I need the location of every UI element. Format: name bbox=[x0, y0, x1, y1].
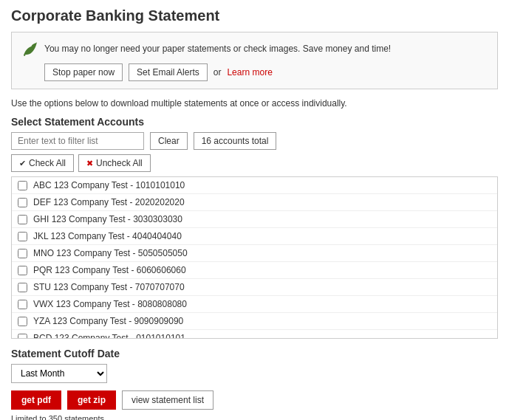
select-accounts-title: Select Statement Accounts bbox=[11, 116, 498, 128]
account-checkbox[interactable] bbox=[18, 283, 27, 292]
promo-text: You may no longer need your paper statem… bbox=[44, 44, 391, 54]
action-buttons: get pdf get zip view statement list bbox=[11, 390, 498, 410]
filter-row: Clear 16 accounts total bbox=[11, 132, 498, 150]
accounts-count: 16 accounts total bbox=[194, 132, 277, 150]
account-label: VWX 123 Company Test - 8080808080 bbox=[33, 299, 187, 309]
account-label: MNO 123 Company Test - 5050505050 bbox=[33, 248, 188, 258]
clear-button[interactable]: Clear bbox=[150, 132, 188, 150]
account-label: JKL 123 Company Test - 4040404040 bbox=[33, 231, 182, 241]
list-item: PQR 123 Company Test - 6060606060 bbox=[12, 262, 497, 279]
cutoff-section: Statement Cutoff Date Last MonthCurrent … bbox=[11, 348, 498, 383]
stop-paper-button[interactable]: Stop paper now bbox=[44, 63, 123, 81]
list-item: ABC 123 Company Test - 1010101010 bbox=[12, 177, 497, 194]
checkmark-icon: ✔ bbox=[19, 159, 26, 168]
account-checkbox[interactable] bbox=[18, 198, 27, 207]
account-label: GHI 123 Company Test - 3030303030 bbox=[33, 214, 182, 224]
learn-more-link[interactable]: Learn more bbox=[227, 67, 272, 78]
accounts-list[interactable]: ABC 123 Company Test - 1010101010DEF 123… bbox=[11, 176, 498, 339]
instructions-text: Use the options below to download multip… bbox=[11, 98, 498, 109]
account-checkbox[interactable] bbox=[18, 300, 27, 309]
get-pdf-button[interactable]: get pdf bbox=[11, 390, 61, 410]
account-checkbox[interactable] bbox=[18, 334, 27, 340]
leaf-icon bbox=[21, 40, 38, 58]
check-all-button[interactable]: ✔ Check All bbox=[11, 154, 74, 172]
list-item: GHI 123 Company Test - 3030303030 bbox=[12, 211, 497, 228]
check-uncheck-row: ✔ Check All ✖ Uncheck All bbox=[11, 154, 498, 172]
account-checkbox[interactable] bbox=[18, 215, 27, 224]
account-label: DEF 123 Company Test - 2020202020 bbox=[33, 197, 185, 207]
account-label: STU 123 Company Test - 7070707070 bbox=[33, 282, 185, 292]
account-label: ABC 123 Company Test - 1010101010 bbox=[33, 180, 185, 190]
uncheck-all-button[interactable]: ✖ Uncheck All bbox=[78, 154, 151, 172]
account-checkbox[interactable] bbox=[18, 266, 27, 275]
promo-box: You may no longer need your paper statem… bbox=[11, 32, 498, 89]
account-label: PQR 123 Company Test - 6060606060 bbox=[33, 265, 186, 275]
list-item: BCD 123 Company Test - 0101010101 bbox=[12, 330, 497, 339]
cutoff-title: Statement Cutoff Date bbox=[11, 348, 498, 359]
list-item: DEF 123 Company Test - 2020202020 bbox=[12, 194, 497, 211]
list-item: VWX 123 Company Test - 8080808080 bbox=[12, 296, 497, 313]
uncheck-all-label: Uncheck All bbox=[96, 158, 143, 168]
get-zip-button[interactable]: get zip bbox=[67, 390, 116, 410]
or-text: or bbox=[213, 67, 222, 78]
account-checkbox[interactable] bbox=[18, 317, 27, 326]
cutoff-select[interactable]: Last MonthCurrent MonthLast 3 MonthsLast… bbox=[11, 364, 107, 383]
account-label: BCD 123 Company Test - 0101010101 bbox=[33, 333, 185, 339]
page-title: Corporate Banking Statement bbox=[11, 7, 498, 24]
account-checkbox[interactable] bbox=[18, 249, 27, 258]
limit-text: Limited to 350 statements. bbox=[11, 414, 498, 420]
promo-row: You may no longer need your paper statem… bbox=[21, 40, 488, 58]
check-all-label: Check All bbox=[29, 158, 66, 168]
account-checkbox[interactable] bbox=[18, 232, 27, 241]
list-item: JKL 123 Company Test - 4040404040 bbox=[12, 228, 497, 245]
list-item: STU 123 Company Test - 7070707070 bbox=[12, 279, 497, 296]
list-item: YZA 123 Company Test - 9090909090 bbox=[12, 313, 497, 330]
set-email-alerts-button[interactable]: Set Email Alerts bbox=[129, 63, 208, 81]
x-icon: ✖ bbox=[86, 159, 93, 168]
view-statement-list-button[interactable]: view statement list bbox=[122, 390, 213, 410]
account-label: YZA 123 Company Test - 9090909090 bbox=[33, 316, 183, 326]
account-checkbox[interactable] bbox=[18, 181, 27, 190]
list-item: MNO 123 Company Test - 5050505050 bbox=[12, 245, 497, 262]
filter-input[interactable] bbox=[11, 132, 144, 150]
page-container: Corporate Banking Statement You may no l… bbox=[0, 0, 509, 420]
promo-buttons: Stop paper now Set Email Alerts or Learn… bbox=[21, 63, 488, 81]
